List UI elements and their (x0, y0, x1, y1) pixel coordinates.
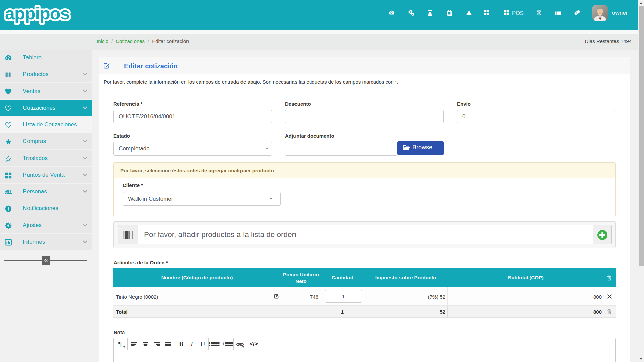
svg-text:2: 2 (223, 344, 224, 346)
svg-text:appipos: appipos (5, 4, 69, 23)
svg-text:1: 1 (223, 342, 224, 344)
